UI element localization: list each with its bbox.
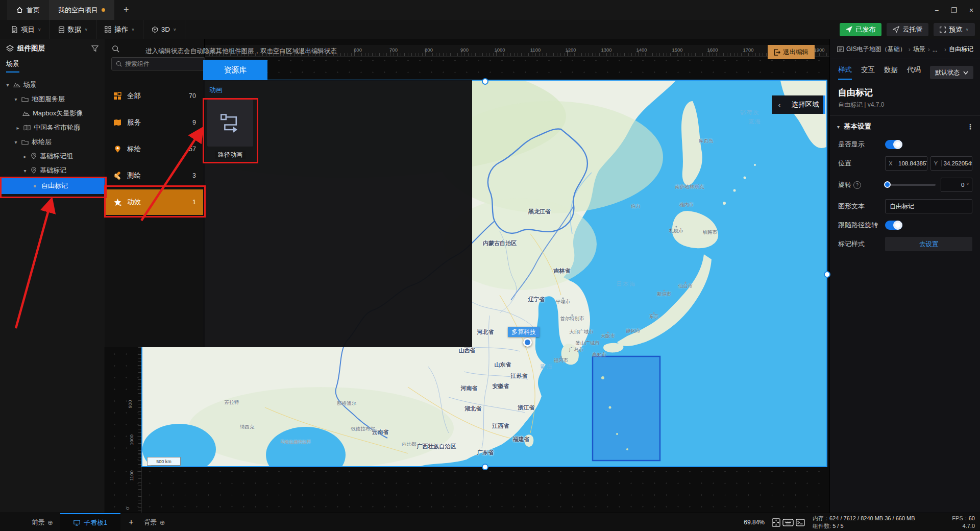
category-survey[interactable]: 测绘 3 — [105, 164, 204, 187]
menu-data[interactable]: 数据∨ — [50, 20, 97, 39]
send-icon — [893, 26, 899, 33]
category-plot[interactable]: 标绘 57 — [105, 137, 204, 161]
selection-handle-right[interactable] — [824, 271, 830, 278]
zoom-level[interactable]: 69.84% — [744, 519, 765, 526]
graphic-text-input[interactable]: 自由标记 — [885, 199, 972, 213]
path-animation-card[interactable] — [207, 100, 253, 147]
tree-item-china-outline[interactable]: ▸ 中国各省市轮廓 — [0, 120, 105, 135]
tree-item-plot-layer[interactable]: ▾ 标绘层 — [0, 135, 105, 149]
help-icon[interactable]: ? — [853, 181, 861, 189]
selection-handle-bottom[interactable] — [482, 464, 488, 470]
field-position: 位置 X 108.84385782 Y 34.252054901 — [830, 153, 980, 174]
menu-actions[interactable]: 操作∨ — [96, 20, 143, 39]
category-animation[interactable]: 动效 1 — [105, 189, 204, 215]
fps-value: 60 — [969, 515, 975, 521]
more-icon[interactable]: ⋮ — [967, 123, 974, 131]
add-background-icon[interactable]: ⊕ — [159, 519, 165, 526]
new-tab-button[interactable]: + — [124, 5, 129, 15]
tab-code[interactable]: 代码 — [907, 65, 921, 80]
board-tab[interactable]: 子看板1 — [60, 513, 120, 531]
folder-icon — [21, 139, 29, 145]
tree-item-map-service-layer[interactable]: ▾ 地图服务层 — [0, 92, 105, 106]
tree-item-basic-marker-group[interactable]: ▸ 基础标记组 — [0, 149, 105, 163]
tab-project-label: 我的空白项目 — [58, 6, 98, 15]
tab-style[interactable]: 样式 — [838, 65, 852, 80]
minimize-button[interactable]: − — [928, 0, 945, 20]
tree-item-scene[interactable]: ▾ 场景 — [0, 78, 105, 92]
resource-library-tab[interactable]: 资源库 — [203, 60, 267, 80]
menu-3d-label: 3D — [161, 26, 170, 33]
path-animation-label: 路径动画 — [215, 151, 246, 159]
plot-pin-icon — [114, 145, 121, 153]
menu-project[interactable]: 项目∨ — [3, 20, 50, 39]
all-icon — [113, 92, 121, 100]
filter-icon[interactable] — [91, 45, 99, 52]
rotate-slider[interactable] — [885, 184, 936, 186]
exit-edit-label: 退出编辑 — [783, 48, 808, 57]
rotate-input[interactable]: 0 ° — [941, 178, 972, 192]
preview-label: 预览 — [949, 25, 962, 34]
tab-project[interactable]: 我的空白项目 — [49, 0, 114, 20]
tab-home-label: 首页 — [27, 6, 40, 15]
category-service[interactable]: 服务 9 — [105, 111, 204, 134]
breadcrumb-scene[interactable]: 场景 — [913, 45, 925, 54]
h-ruler-number: 1300 — [601, 47, 611, 53]
h-ruler-number: 600 — [354, 47, 362, 53]
position-x-input[interactable]: X 108.84385782 — [885, 156, 927, 171]
app-window: 首页 我的空白项目 + − ❐ × 项目∨ 数据∨ 操作∨ 3D∨ — [0, 0, 980, 531]
map-tag-chip[interactable]: 多算科技 — [508, 327, 540, 337]
search-input[interactable]: 搜索组件 — [111, 57, 205, 70]
goto-settings-button[interactable]: 去设置 — [885, 237, 972, 251]
foreground-button[interactable]: 前景 ⊕ — [32, 518, 53, 527]
selection-handle-top[interactable] — [482, 78, 488, 85]
tab-data[interactable]: 数据 — [884, 65, 898, 80]
tree-item-free-marker-selected[interactable]: 自由标记 — [0, 178, 105, 194]
state-selector[interactable]: 默认状态 — [930, 66, 973, 79]
components-count-label: 组件数: — [813, 523, 831, 529]
fps-label: FPS： — [952, 515, 968, 521]
h-ruler-number: 1700 — [743, 47, 753, 53]
search-icon[interactable] — [112, 45, 119, 53]
animation-star-icon — [113, 198, 122, 207]
preview-button[interactable]: 预览∨ — [934, 23, 975, 36]
components-count-value: 5 / 5 — [832, 523, 843, 529]
follow-path-toggle[interactable] — [885, 221, 902, 230]
add-foreground-icon[interactable]: ⊕ — [47, 519, 53, 526]
maximize-button[interactable]: ❐ — [945, 0, 963, 20]
tab-home[interactable]: 首页 — [7, 0, 49, 20]
service-icon — [113, 119, 121, 126]
section-basic-settings[interactable]: ▾ 基本设置 ⋮ — [830, 116, 980, 136]
published-button[interactable]: 已发布 — [840, 23, 881, 36]
menu-actions-label: 操作 — [114, 25, 128, 34]
layers-sidebar: 组件图层 场景 ▾ 场景 ▾ 地图服务层 Mapbox矢量影像 ▸ 中国各省 — [0, 39, 105, 513]
menu-3d[interactable]: 3D∨ — [143, 20, 185, 39]
menubar: 项目∨ 数据∨ 操作∨ 3D∨ 已发布 云托管 预览∨ — [0, 20, 980, 39]
breadcrumb-root[interactable]: GIS电子地图（基础） — [846, 45, 906, 54]
imagery-icon — [22, 110, 30, 116]
doc-icon — [837, 46, 844, 53]
published-label: 已发布 — [855, 25, 875, 34]
visible-toggle[interactable] — [885, 140, 902, 149]
home-icon — [16, 7, 23, 13]
tree-item-mapbox[interactable]: Mapbox矢量影像 — [0, 106, 105, 120]
add-board-button[interactable]: + — [129, 518, 133, 527]
field-text: 图形文本 自由标记 — [830, 196, 980, 217]
shortcut-keyboard-icon[interactable] — [782, 518, 794, 527]
exit-edit-button[interactable]: 退出编辑 — [768, 45, 815, 59]
console-icon[interactable] — [794, 518, 806, 527]
select-region-button[interactable]: ‹ 选择区域 — [772, 95, 825, 114]
tab-scene[interactable]: 场景 — [6, 59, 19, 73]
close-button[interactable]: × — [963, 0, 980, 20]
tree-item-basic-marker[interactable]: ▾ 基础标记 — [0, 163, 105, 178]
tab-interaction[interactable]: 交互 — [861, 65, 875, 80]
category-all[interactable]: 全部 70 — [105, 84, 204, 108]
component-subtitle: 自由标记 | v4.7.0 — [830, 99, 980, 116]
position-y-input[interactable]: Y 34.252054901 — [930, 156, 973, 171]
fit-screen-icon[interactable] — [770, 518, 782, 527]
background-button[interactable]: 背景 ⊕ — [143, 518, 165, 527]
fullscreen-icon — [940, 27, 946, 33]
cloud-button[interactable]: 云托管 — [887, 23, 928, 36]
h-ruler-number: 1600 — [707, 47, 718, 53]
breadcrumb-ellipsis[interactable]: ... — [933, 46, 938, 53]
map-marker[interactable] — [523, 338, 532, 347]
